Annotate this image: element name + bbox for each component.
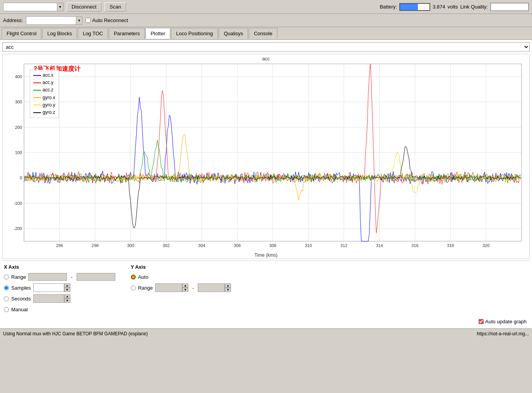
status-url: https://not-a-real-url.mg... <box>477 331 529 336</box>
x-range-label: Range <box>11 274 26 280</box>
auto-update-row: Auto update graph <box>2 317 530 326</box>
x-samples-spinner-btns[interactable]: ▲ ▼ <box>64 283 70 292</box>
tab-qualisys[interactable]: Qualisys <box>219 28 248 39</box>
x-samples-up-btn[interactable]: ▲ <box>64 283 70 288</box>
y-range-radio[interactable] <box>131 285 136 290</box>
x-range-radio[interactable] <box>4 275 9 280</box>
legend-line-gyroz <box>33 112 41 113</box>
battery-value: 3.874 <box>433 4 445 10</box>
y-range-end-up-btn[interactable]: ▲ <box>225 283 231 288</box>
tabs-bar: Flight Control Log Blocks Log TOC Parame… <box>0 27 532 40</box>
status-bar: Using Normal mux with HJC Game BETOP BFM… <box>0 328 532 338</box>
legend-line-gyroy <box>33 105 41 105</box>
legend-item-accx: acc.x <box>33 72 55 79</box>
disconnect-button[interactable]: Disconnect <box>67 2 101 12</box>
x-seconds-down-btn[interactable]: ▼ <box>64 299 70 303</box>
x-range-end-input[interactable]: 1000 <box>77 273 115 281</box>
y-range-end-down-btn[interactable]: ▼ <box>225 288 231 292</box>
chart-title: acc <box>262 56 270 62</box>
address-label: Address: <box>3 17 23 23</box>
x-manual-radio[interactable] <box>4 307 9 312</box>
y-range-start-down-btn[interactable]: ▼ <box>182 288 188 292</box>
x-seconds-spinner-btns[interactable]: ▲ ▼ <box>64 294 70 303</box>
tab-log-toc[interactable]: Log TOC <box>78 28 108 39</box>
tab-parameters[interactable]: Parameters <box>109 28 145 39</box>
y-range-start-up-btn[interactable]: ▲ <box>182 283 188 288</box>
x-samples-row: Samples 500 ▲ ▼ <box>4 283 115 292</box>
x-range-row: Range 0 - 1000 <box>4 272 115 281</box>
scan-button[interactable]: Scan <box>104 2 126 12</box>
auto-update-label[interactable]: Auto update graph <box>479 319 527 324</box>
y-range-start-btns[interactable]: ▲ ▼ <box>182 283 188 292</box>
x-seconds-label: Seconds <box>11 296 31 302</box>
udp-address-combo[interactable]: udp://192.168.43.42 ▼ <box>3 3 63 11</box>
link-quality-label: Link Quality: <box>460 4 488 10</box>
udp-address-input[interactable]: udp://192.168.43.42 <box>3 3 57 11</box>
x-seconds-row: Seconds 1 ▲ ▼ <box>4 294 115 303</box>
tab-loco-positioning[interactable]: Loco Positioning <box>171 28 218 39</box>
status-message: Using Normal mux with HJC Game BETOP BFM… <box>3 331 148 336</box>
x-seconds-up-btn[interactable]: ▲ <box>64 294 70 299</box>
x-samples-radio[interactable] <box>4 285 9 290</box>
legend-label-gyroy: gyro.y <box>43 101 55 109</box>
legend-label-accx: acc.x <box>43 72 53 79</box>
volts-label: volts <box>448 4 458 10</box>
y-auto-row: Auto <box>131 272 231 281</box>
legend-label-gyrox: gyro.x <box>43 94 55 101</box>
x-range-sep: - <box>69 274 74 280</box>
y-range-row: Range -1.00 ▲ ▼ - 1.00 ▲ ▼ <box>131 283 231 292</box>
x-axis-label: X Axis <box>4 264 115 270</box>
tab-flight-control[interactable]: Flight Control <box>2 28 41 39</box>
chart-canvas <box>3 54 529 259</box>
auto-reconnect-checkbox[interactable] <box>86 18 91 23</box>
legend-line-accy <box>33 82 41 83</box>
tab-plotter[interactable]: Plotter <box>145 28 170 39</box>
auto-reconnect-label[interactable]: Auto Reconnect <box>86 17 128 23</box>
x-seconds-input[interactable]: 1 <box>33 294 64 303</box>
tab-log-blocks[interactable]: Log Blocks <box>42 28 77 39</box>
x-samples-down-btn[interactable]: ▼ <box>64 288 70 292</box>
acc-select[interactable]: acc <box>2 42 530 51</box>
y-range-end-input[interactable]: 1.00 <box>198 283 225 292</box>
y-range-sep: - <box>191 285 195 291</box>
legend-label-accy: acc.y <box>43 79 53 86</box>
battery-fill <box>400 4 418 10</box>
address-dropdown-btn[interactable]: ▼ <box>76 16 82 25</box>
address-bar: Address: 0xE7E7E7E7E7 ▼ Auto Reconnect <box>0 14 532 27</box>
y-auto-label: Auto <box>138 274 149 280</box>
udp-address-dropdown-btn[interactable]: ▼ <box>57 3 63 11</box>
x-seconds-radio[interactable] <box>4 296 9 301</box>
x-manual-label: Manual <box>11 307 28 312</box>
auto-update-checkbox[interactable] <box>479 319 484 324</box>
y-auto-radio[interactable] <box>131 275 136 280</box>
x-seconds-spinner[interactable]: 1 ▲ ▼ <box>33 294 70 303</box>
tab-console[interactable]: Console <box>249 28 277 39</box>
legend-label-gyroz: gyro.z <box>43 109 55 116</box>
y-axis-label: Y Axis <box>131 264 231 270</box>
auto-update-text: Auto update graph <box>485 319 527 324</box>
battery-indicator <box>399 3 430 11</box>
y-axis-group: Y Axis Auto Range -1.00 ▲ ▼ - 1.00 <box>131 264 231 314</box>
x-range-start-input[interactable]: 0 <box>28 273 67 281</box>
y-range-end-spinner[interactable]: 1.00 ▲ ▼ <box>198 283 231 292</box>
legend-line-accx <box>33 75 41 76</box>
main-content: acc acc 2号飞机加速度计 acc.x acc.y acc.z gyro.… <box>0 40 532 328</box>
address-combo[interactable]: 0xE7E7E7E7E7 ▼ <box>26 16 82 25</box>
y-range-end-btns[interactable]: ▲ ▼ <box>225 283 231 292</box>
x-samples-label: Samples <box>11 285 31 291</box>
x-axis-group: X Axis Range 0 - 1000 Samples 500 ▲ ▼ <box>4 264 115 314</box>
battery-section: Battery: 3.874 volts Link Quality: <box>380 3 529 11</box>
x-samples-input[interactable]: 500 <box>33 283 64 292</box>
y-range-start-input[interactable]: -1.00 <box>155 283 182 292</box>
legend-item-gyroy: gyro.y <box>33 101 55 109</box>
axis-controls: X Axis Range 0 - 1000 Samples 500 ▲ ▼ <box>2 261 530 317</box>
link-quality-input <box>490 3 529 11</box>
legend-line-gyrox <box>33 97 41 98</box>
legend-label-accz: acc.z <box>43 86 53 94</box>
x-manual-row: Manual <box>4 305 115 314</box>
x-samples-spinner[interactable]: 500 ▲ ▼ <box>33 283 70 292</box>
address-input[interactable]: 0xE7E7E7E7E7 <box>26 16 76 25</box>
y-range-start-spinner[interactable]: -1.00 ▲ ▼ <box>155 283 188 292</box>
legend-box: acc.x acc.y acc.z gyro.x gyro.y gyro.z <box>30 70 59 118</box>
legend-line-accz <box>33 90 41 91</box>
